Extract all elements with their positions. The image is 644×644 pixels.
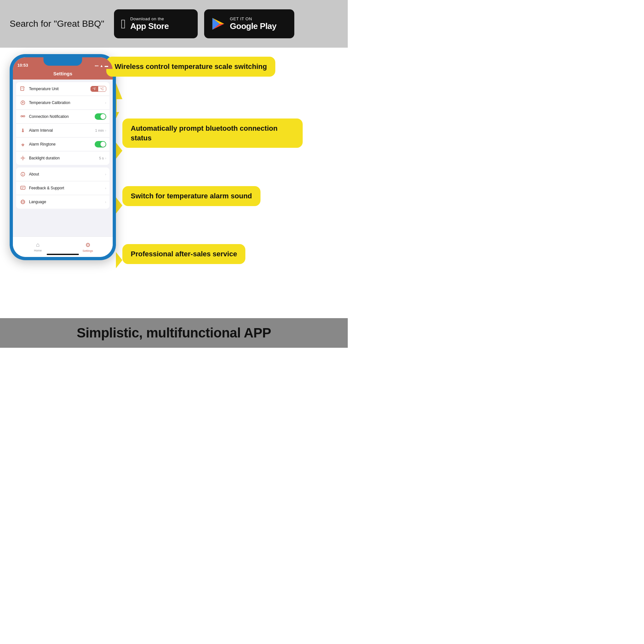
battery-icon: ▬: [105, 64, 108, 68]
unit-toggle[interactable]: °F °C: [90, 86, 106, 92]
fahrenheit-btn[interactable]: °F: [91, 86, 98, 91]
app-store-line1: Download on the: [130, 16, 169, 21]
settings-group-2: About › Feedback & Support ›: [16, 167, 109, 209]
settings-item-feedback[interactable]: Feedback & Support ›: [16, 181, 109, 195]
svg-rect-6: [21, 87, 24, 90]
language-chevron: ›: [105, 200, 106, 204]
svg-rect-14: [23, 116, 25, 117]
connection-label: Connection Notification: [29, 114, 95, 119]
svg-rect-13: [21, 116, 23, 117]
alarm-ringtone-toggle[interactable]: [95, 141, 106, 147]
settings-item-alarm-interval[interactable]: Alarm Interval 1 min ›: [16, 124, 109, 137]
callout-bluetooth: Automatically prompt bluetooth connectio…: [122, 118, 303, 148]
app-store-line2: App Store: [130, 21, 169, 31]
app-store-badge[interactable]:  Download on the App Store: [114, 9, 198, 38]
connection-toggle[interactable]: [95, 113, 106, 120]
phone-notch: [43, 57, 82, 66]
svg-point-26: [23, 173, 23, 174]
nav-settings[interactable]: ⚙ Settings: [63, 241, 113, 252]
search-text: Search for "Great BBQ": [10, 19, 104, 29]
svg-rect-27: [21, 186, 25, 189]
backlight-value: 5 s: [99, 156, 104, 160]
language-label: Language: [29, 200, 105, 204]
about-icon: [19, 171, 26, 178]
alarm-ringtone-label: Alarm Ringtone: [29, 142, 95, 147]
settings-item-calibration[interactable]: Temperature Calibration ›: [16, 96, 109, 110]
home-nav-label: Home: [34, 249, 42, 252]
temp-unit-label: Temperature Unit: [29, 87, 90, 91]
phone-mockup: 10:53 ▪▪▪ ▲ ▬ Settings: [10, 54, 116, 260]
settings-item-backlight[interactable]: Backlight duration 5 s ›: [16, 151, 109, 165]
alarm-interval-chevron: ›: [105, 128, 106, 132]
calibration-chevron: ›: [105, 101, 106, 105]
main-content: 10:53 ▪▪▪ ▲ ▬ Settings: [0, 48, 348, 318]
callout-temperature-scale: Wireless control temperature scale switc…: [106, 57, 275, 77]
status-icons: ▪▪▪ ▲ ▬: [95, 64, 108, 68]
svg-marker-5: [116, 252, 122, 268]
google-play-line2: Google Play: [230, 21, 277, 31]
settings-item-temp-unit: Temperature Unit °F °C: [16, 82, 109, 96]
bottom-tagline: Simplistic, multifunctional APP: [77, 325, 271, 341]
google-play-icon: [211, 17, 225, 31]
svg-marker-16: [22, 128, 24, 132]
status-time: 10:53: [17, 63, 28, 68]
temp-unit-icon: [19, 85, 26, 92]
celsius-btn[interactable]: °C: [98, 86, 106, 91]
alarm-interval-value: 1 min: [95, 128, 104, 132]
google-play-badge[interactable]: GET IT ON Google Play: [204, 9, 294, 38]
backlight-icon: [19, 155, 26, 162]
settings-title: Settings: [13, 71, 113, 76]
svg-marker-3: [116, 143, 122, 159]
apple-icon: : [121, 17, 126, 30]
language-icon: [19, 198, 26, 205]
connection-icon: [19, 113, 26, 120]
about-chevron: ›: [105, 172, 106, 176]
signal-icon: ▪▪▪: [95, 64, 99, 68]
home-nav-icon: ⌂: [36, 241, 40, 248]
calibration-label: Temperature Calibration: [29, 100, 105, 105]
google-play-text: GET IT ON Google Play: [230, 16, 277, 31]
nav-home[interactable]: ⌂ Home: [13, 241, 63, 252]
svg-marker-4: [116, 197, 122, 213]
calibration-icon: [19, 99, 26, 106]
svg-point-23: [22, 157, 24, 159]
phone-settings-header: Settings: [13, 69, 113, 80]
settings-item-about[interactable]: About ›: [16, 167, 109, 181]
settings-item-alarm-ringtone: Alarm Ringtone: [16, 137, 109, 151]
top-bar: Search for "Great BBQ"  Download on the…: [0, 0, 348, 48]
google-play-line1: GET IT ON: [230, 16, 277, 21]
home-bar: [47, 254, 79, 255]
callout-alarm-sound: Switch for temperature alarm sound: [122, 186, 260, 206]
settings-item-language[interactable]: Language ›: [16, 195, 109, 209]
bottom-bar: Simplistic, multifunctional APP: [0, 318, 348, 348]
alarm-ringtone-icon: [19, 141, 26, 148]
svg-rect-18: [22, 145, 24, 146]
wifi-icon: ▲: [100, 64, 103, 68]
settings-nav-label: Settings: [82, 249, 93, 252]
alarm-interval-label: Alarm Interval: [29, 128, 95, 133]
phone-inner: 10:53 ▪▪▪ ▲ ▬ Settings: [13, 57, 113, 257]
settings-nav-icon: ⚙: [85, 241, 90, 249]
feedback-icon: [19, 185, 26, 192]
feedback-label: Feedback & Support: [29, 186, 105, 190]
backlight-chevron: ›: [105, 156, 106, 160]
about-label: About: [29, 172, 105, 176]
svg-point-11: [22, 102, 24, 103]
phone-outer: 10:53 ▪▪▪ ▲ ▬ Settings: [10, 54, 116, 260]
feedback-chevron: ›: [105, 186, 106, 190]
settings-item-connection: Connection Notification: [16, 110, 109, 124]
alarm-interval-icon: [19, 127, 26, 134]
app-store-text: Download on the App Store: [130, 16, 169, 31]
callout-aftersales: Professional after-sales service: [122, 244, 245, 264]
settings-group-1: Temperature Unit °F °C Temperature Calib…: [16, 82, 109, 165]
backlight-label: Backlight duration: [29, 156, 99, 160]
